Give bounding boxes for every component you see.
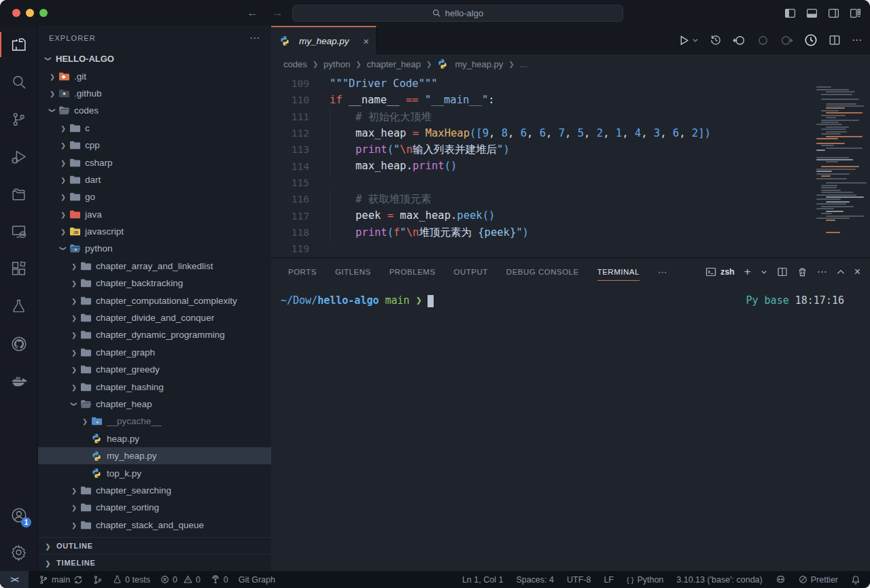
formatter-item[interactable]: Prettier — [799, 575, 838, 585]
sidebar-more-icon[interactable]: ⋯ — [249, 32, 260, 44]
tests-item[interactable]: 0 tests — [113, 575, 150, 585]
split-terminal-icon[interactable] — [777, 266, 788, 277]
file-history-icon[interactable] — [710, 34, 722, 46]
docker-icon[interactable] — [0, 362, 37, 400]
panel-tab-terminal[interactable]: TERMINAL — [597, 258, 640, 286]
run-dropdown-icon[interactable] — [692, 37, 699, 44]
panel-tab-gitlens[interactable]: GITLENS — [335, 258, 371, 286]
tree-folder-chapter_divide_and_conquer[interactable]: ❯chapter_divide_and_conquer — [38, 309, 271, 326]
tree-folder-chapter_searching[interactable]: ❯chapter_searching — [38, 482, 271, 499]
zoom-window-button[interactable] — [39, 9, 48, 17]
panel-tab-ports[interactable]: PORTS — [288, 258, 317, 286]
code-line[interactable]: 117peek = max_heap.peek() — [271, 207, 870, 224]
folders-view-icon[interactable] — [0, 175, 37, 213]
code-line[interactable]: 113print("\n输入列表并建堆后") — [271, 141, 870, 158]
tree-file-top_k.py[interactable]: top_k.py — [38, 464, 271, 481]
timeline-section[interactable]: ❯ TIMELINE — [38, 554, 271, 571]
run-debug-icon[interactable] — [0, 138, 37, 175]
settings-gear-icon[interactable] — [0, 534, 37, 571]
tree-root[interactable]: ❯HELLO-ALGO — [38, 50, 271, 67]
code-line[interactable]: 118print(f"\n堆顶元素为 {peek}") — [271, 224, 870, 241]
terminal[interactable]: ~/Dow/hello-algo main ❯ Py base 18:17:16 — [271, 286, 870, 571]
breadcrumb-item[interactable]: codes — [283, 59, 307, 69]
tree-folder-chapter_graph[interactable]: ❯chapter_graph — [38, 344, 271, 361]
prev-change-icon[interactable] — [756, 34, 769, 47]
minimap[interactable] — [816, 84, 867, 234]
breadcrumb-item[interactable]: python — [324, 59, 350, 69]
indentation-item[interactable]: Spaces: 4 — [516, 575, 554, 585]
terminal-shell-item[interactable]: zsh — [706, 266, 735, 277]
code-line[interactable]: 114max_heap.print() — [271, 158, 870, 174]
tree-folder-go[interactable]: ❯go — [38, 188, 271, 205]
breadcrumb-item[interactable]: chapter_heap — [367, 59, 421, 69]
remote-explorer-icon[interactable] — [0, 213, 37, 250]
accounts-icon[interactable]: 1 — [0, 496, 37, 534]
github-icon[interactable] — [0, 325, 37, 362]
tree-folder-cpp[interactable]: ❯cpp — [38, 137, 271, 154]
editor-more-icon[interactable]: ⋯ — [852, 34, 862, 46]
encoding-item[interactable]: UTF-8 — [567, 575, 591, 585]
tree-folder-chapter_sorting[interactable]: ❯chapter_sorting — [38, 499, 271, 516]
cursor-position-item[interactable]: Ln 1, Col 1 — [462, 575, 503, 585]
panel-tabs-overflow-icon[interactable]: ⋯ — [658, 266, 667, 277]
tree-folder-java[interactable]: ❯java — [38, 206, 271, 223]
run-python-file-icon[interactable] — [678, 35, 690, 46]
problems-item[interactable]: 0 0 — [160, 575, 201, 585]
toggle-panel-icon[interactable] — [806, 7, 818, 19]
kill-terminal-trash-icon[interactable] — [797, 267, 807, 277]
tree-file-heap.py[interactable]: heap.py — [38, 430, 271, 447]
branch-item[interactable]: main — [39, 575, 83, 585]
git-graph-icon-item[interactable] — [93, 575, 103, 585]
tree-folder-chapter_array_and_linkedlist[interactable]: ❯chapter_array_and_linkedlist — [38, 258, 271, 275]
panel-tab-output[interactable]: OUTPUT — [454, 258, 488, 286]
breadcrumb-item[interactable]: ... — [520, 59, 527, 69]
code-line[interactable]: 115 — [271, 175, 870, 191]
breadcrumb-item-file[interactable]: my_heap.py — [437, 58, 503, 69]
tree-folder-python[interactable]: ❯●python — [38, 240, 271, 257]
customize-layout-icon[interactable] — [850, 7, 861, 19]
copilot-icon[interactable] — [776, 574, 786, 585]
tree-folder-chapter_greedy[interactable]: ❯chapter_greedy — [38, 361, 271, 378]
tree-folder-chapter_computational_complexity[interactable]: ❯chapter_computational_complexity — [38, 292, 271, 309]
tree-folder-javascript[interactable]: ❯JSjavascript — [38, 223, 271, 240]
extensions-icon[interactable] — [0, 250, 37, 288]
language-item[interactable]: { }Python — [627, 575, 663, 585]
tree-file-my_heap.py[interactable]: my_heap.py — [38, 447, 271, 464]
tree-folder-.git[interactable]: ❯◆.git — [38, 67, 271, 84]
source-control-icon[interactable] — [0, 101, 37, 138]
close-panel-icon[interactable]: × — [854, 266, 860, 278]
code-line[interactable]: 110if __name__ == "__main__": — [271, 92, 870, 108]
close-window-button[interactable] — [12, 9, 20, 17]
notifications-bell-icon[interactable] — [851, 575, 860, 585]
panel-tab-debug-console[interactable]: DEBUG CONSOLE — [506, 258, 579, 286]
nav-forward-icon[interactable]: → — [272, 6, 283, 20]
tree-folder-__pycache__[interactable]: ❯●__pycache__ — [38, 413, 271, 430]
code-line[interactable]: 111# 初始化大顶堆 — [271, 109, 870, 125]
maximize-panel-icon[interactable] — [837, 268, 845, 276]
tree-folder-chapter_heap[interactable]: ❯chapter_heap — [38, 396, 271, 413]
interpreter-item[interactable]: 3.10.13 ('base': conda) — [676, 575, 762, 585]
tree-folder-chapter_backtracking[interactable]: ❯chapter_backtracking — [38, 275, 271, 292]
git-graph-label-item[interactable]: Git Graph — [239, 575, 275, 585]
tree-folder-dart[interactable]: ❯dart — [38, 171, 271, 188]
timeline-clock-icon[interactable] — [804, 33, 818, 47]
split-editor-icon[interactable] — [829, 34, 841, 46]
command-center-search[interactable]: hello-algo — [292, 5, 623, 22]
code-editor[interactable]: 109"""Driver Code"""110if __name__ == "_… — [271, 73, 870, 258]
testing-icon[interactable] — [0, 288, 37, 325]
tree-folder-chapter_dynamic_programming[interactable]: ❯chapter_dynamic_programming — [38, 326, 271, 343]
tree-folder-chapter_hashing[interactable]: ❯chapter_hashing — [38, 378, 271, 395]
code-line[interactable]: 109"""Driver Code""" — [271, 75, 870, 92]
ports-item[interactable]: 0 — [211, 575, 228, 585]
tab-close-icon[interactable]: × — [363, 35, 369, 47]
nav-back-icon[interactable]: ← — [247, 6, 258, 20]
tree-folder-codes[interactable]: ❯codes — [38, 102, 271, 119]
new-terminal-icon[interactable]: + — [744, 265, 751, 279]
remote-indicator[interactable]: >< — [0, 571, 29, 588]
tree-folder-csharp[interactable]: ❯csharp — [38, 154, 271, 171]
search-view-icon[interactable] — [0, 63, 37, 101]
code-line[interactable]: 112max_heap = MaxHeap([9, 8, 6, 6, 7, 5,… — [271, 125, 870, 141]
toggle-secondary-sidebar-icon[interactable] — [828, 7, 839, 19]
code-line[interactable]: 119 — [271, 241, 870, 257]
next-change-icon[interactable] — [780, 34, 793, 47]
